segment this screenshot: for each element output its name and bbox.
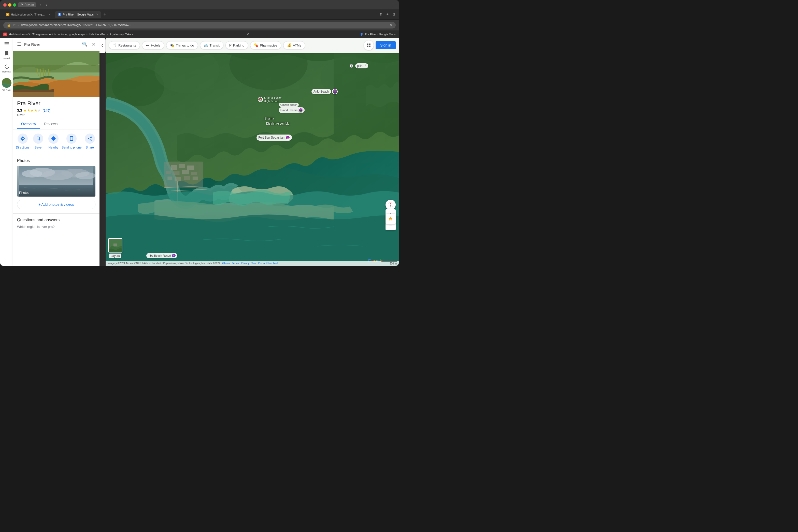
- compass-button[interactable]: [386, 200, 396, 210]
- new-window-icon[interactable]: +: [386, 11, 390, 18]
- search-icon-button[interactable]: 🔍: [81, 40, 89, 48]
- sidebar-toggle-icon[interactable]: ⧉: [392, 11, 396, 18]
- map-area[interactable]: 🍴 Restaurants 🛏 Hotels 🎭 Things to do 🚌 …: [106, 38, 399, 266]
- pillar-dot: [350, 64, 353, 68]
- svg-rect-32: [184, 176, 190, 180]
- hamburger-menu[interactable]: [4, 41, 10, 46]
- refresh-icon[interactable]: ↻: [390, 23, 392, 27]
- tab1-favicon: ✕: [6, 13, 10, 16]
- back-arrow-icon[interactable]: ☰: [16, 40, 22, 48]
- filter-restaurants[interactable]: 🍴 Restaurants: [109, 41, 140, 49]
- collapse-panel-button[interactable]: [99, 38, 106, 53]
- directions-button[interactable]: Directions: [16, 133, 30, 150]
- filter-parking[interactable]: P Parking: [225, 41, 248, 49]
- mba-beach-resort-marker[interactable]: mba Beach Resort 🌊: [146, 253, 178, 258]
- nearby-button[interactable]: Nearby: [46, 133, 60, 150]
- ghana-link[interactable]: Ghana: [222, 262, 230, 265]
- filter-things-to-do[interactable]: 🎭 Things to do: [166, 41, 198, 49]
- scale-bar: 500 m: [382, 262, 397, 265]
- svg-rect-33: [193, 176, 198, 180]
- private-label: Private: [24, 3, 34, 6]
- save-icon-circle: [33, 133, 43, 144]
- place-header-image[interactable]: [13, 51, 99, 97]
- forward-button[interactable]: ›: [44, 2, 49, 8]
- attribution-text: Imagery ©2024 Airbus, CNES / Airbus, Lan…: [108, 262, 220, 265]
- tab-reviews[interactable]: Reviews: [40, 119, 61, 129]
- title-bar: Private ‹ ›: [0, 0, 399, 10]
- maximize-button[interactable]: [13, 3, 16, 6]
- qa-section: Questions and answers Which region is ri…: [13, 214, 99, 233]
- recent-place-item[interactable]: Pra River: [1, 77, 13, 92]
- photos-title: Photos: [17, 158, 95, 163]
- citizen-beach-marker[interactable]: Citizen beach Island Shama 📷: [279, 103, 304, 113]
- save-button[interactable]: Save: [31, 133, 45, 150]
- star-2: ★: [27, 108, 30, 112]
- saved-menu-item[interactable]: Saved: [3, 51, 10, 60]
- main-content: Saved Recents Pra River: [0, 38, 399, 266]
- high-school-label: Shama Senior High School: [264, 96, 282, 103]
- new-tab-button[interactable]: +: [103, 12, 106, 17]
- pillar-2-marker[interactable]: pillar 2: [350, 63, 368, 69]
- tab2-close[interactable]: ✕: [96, 13, 98, 16]
- sign-in-button[interactable]: Sign in: [376, 41, 396, 49]
- gmap-tab: Pra River - Google Maps: [360, 33, 396, 36]
- actions-row: Directions Save Nearby: [13, 130, 99, 154]
- clear-search-button[interactable]: ✕: [91, 40, 96, 48]
- svg-point-40: [390, 217, 391, 218]
- place-name: Pra River: [17, 100, 95, 107]
- share-toolbar-icon[interactable]: ⬆: [378, 11, 384, 18]
- filter-atms[interactable]: 💰 ATMs: [283, 41, 305, 49]
- anlo-beach-icon: 📷: [332, 89, 338, 94]
- recents-label: Recents: [2, 71, 11, 73]
- notif-close[interactable]: ✕: [246, 32, 249, 36]
- star-1: ★: [23, 108, 27, 112]
- shama-high-school-marker[interactable]: 🏫 Shama Senior High School: [258, 96, 282, 103]
- tab-overview[interactable]: Overview: [17, 119, 40, 129]
- address-bar-row: 🔒 🛡 ≡ www.google.com/maps/place/Pra+Rive…: [0, 20, 399, 31]
- pillar-2-label: pillar 2: [355, 63, 368, 69]
- transit-icon: 🚌: [204, 43, 208, 47]
- url-display: www.google.com/maps/place/Pra+River/@5.0…: [21, 23, 388, 27]
- minimize-button[interactable]: [8, 3, 12, 6]
- svg-point-12: [75, 172, 95, 179]
- photo-thumbnail[interactable]: Photos: [17, 166, 95, 196]
- filter-pharmacies[interactable]: 💊 Pharmacies: [250, 41, 281, 49]
- tab1-close[interactable]: ✕: [49, 13, 51, 16]
- place-type: River: [17, 113, 95, 117]
- close-button[interactable]: [3, 3, 6, 6]
- address-bar[interactable]: 🔒 🛡 ≡ www.google.com/maps/place/Pra+Rive…: [3, 22, 396, 28]
- privacy-link[interactable]: Privacy: [241, 262, 249, 265]
- svg-rect-27: [173, 171, 180, 175]
- send-to-phone-button[interactable]: Send to phone: [61, 133, 81, 150]
- review-count[interactable]: (145): [42, 109, 50, 112]
- add-photos-button[interactable]: + Add photos & videos: [17, 200, 95, 209]
- photos-section: Photos: [13, 154, 99, 214]
- search-input[interactable]: [24, 42, 79, 46]
- tab-1[interactable]: ✕ Hadzivodun on X: "The government is do…: [3, 11, 54, 18]
- notif-text: Hadzivodun on X: "The government is doct…: [9, 33, 136, 36]
- saved-label: Saved: [3, 57, 10, 60]
- share-button[interactable]: Share: [83, 133, 97, 150]
- recents-menu-item[interactable]: Recents: [2, 64, 11, 73]
- feedback-link[interactable]: Send Product Feedback: [252, 262, 279, 265]
- nearby-label: Nearby: [49, 146, 58, 149]
- filter-transit[interactable]: 🚌 Transit: [200, 41, 223, 49]
- back-button[interactable]: ‹: [38, 2, 42, 8]
- tab-2[interactable]: Pra River - Google Maps ✕: [55, 11, 101, 18]
- private-mode-indicator: Private: [18, 2, 36, 7]
- notif-favicon: ✕: [3, 33, 7, 36]
- qa-title: Questions and answers: [17, 218, 95, 222]
- terms-link[interactable]: Terms: [232, 262, 239, 265]
- grid-view-button[interactable]: [364, 40, 374, 50]
- filter-hotels[interactable]: 🛏 Hotels: [142, 41, 164, 49]
- anlo-beach-marker[interactable]: Anlo Beach 📷: [312, 89, 338, 94]
- tab2-favicon: [58, 13, 61, 16]
- pegman-button[interactable]: [386, 214, 396, 224]
- layers-button[interactable]: Layers: [108, 238, 123, 258]
- map-filter-bar: 🍴 Restaurants 🛏 Hotels 🎭 Things to do 🚌 …: [106, 38, 399, 53]
- mba-beach-icon: 🌊: [172, 253, 176, 258]
- star-3: ★: [31, 108, 34, 112]
- photos-grid: Photos: [17, 166, 95, 196]
- rating-number: 3.3: [17, 108, 22, 112]
- fort-san-sebastian-marker[interactable]: Fort San Sebastian 🏰: [257, 134, 292, 140]
